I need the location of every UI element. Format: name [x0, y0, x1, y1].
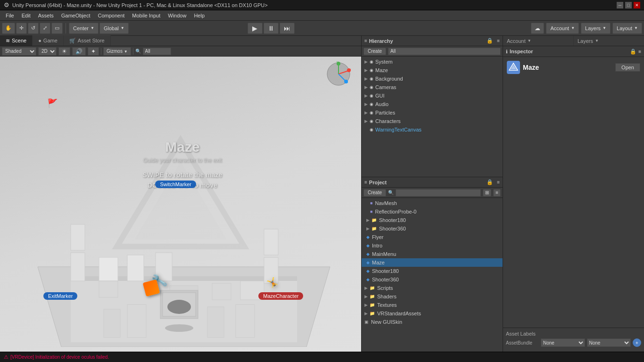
vfx-toggle[interactable]: ✦	[88, 47, 99, 56]
cloud-button[interactable]: ☁	[531, 23, 544, 34]
scene-gizmo[interactable]: y x z	[326, 61, 352, 87]
maximize-button[interactable]: □	[625, 2, 632, 8]
step-button[interactable]: ⏭	[280, 23, 295, 34]
p-item-textures[interactable]: ▶ 📁 Textures	[362, 301, 503, 309]
p-item-reflection[interactable]: ■ ReflectionProbe-0	[362, 207, 503, 216]
asset-label-circle[interactable]: +	[633, 338, 641, 347]
asset-store-icon: 🛒	[69, 38, 76, 44]
lighting-toggle[interactable]: ☀	[58, 47, 70, 56]
global-dropdown[interactable]: Global ▼	[99, 23, 129, 34]
menu-assets[interactable]: Assets	[34, 12, 58, 19]
h-item-gui[interactable]: ▶ ◉ GUI	[362, 91, 503, 100]
arrow-icon: ▶	[364, 294, 368, 299]
p-item-vrstandardassets[interactable]: ▶ 📁 VRStandardAssets	[362, 309, 503, 318]
play-button[interactable]: ▶	[248, 23, 263, 34]
p-item-shooter180-1[interactable]: ▶ 📁 Shooter180	[362, 216, 503, 224]
flag-icon: 🚩	[47, 98, 58, 108]
tab-asset-store[interactable]: 🛒 Asset Store	[64, 35, 111, 46]
layout-dropdown[interactable]: Layout ▼	[612, 23, 642, 34]
project-icon: ≡	[364, 180, 367, 185]
tab-game[interactable]: ● Game	[33, 35, 64, 46]
p-item-flyer[interactable]: ◆ Flyer	[362, 233, 503, 241]
scale-tool-button[interactable]: ⤢	[40, 23, 50, 34]
h-item-characters[interactable]: ▶ ◉ Characters	[362, 117, 503, 125]
tab-scene[interactable]: ≋ Scene	[0, 35, 33, 46]
menu-help[interactable]: Help	[190, 12, 208, 19]
p-item-navmesh[interactable]: ■ NavMesh	[362, 199, 503, 207]
svg-text:x: x	[349, 68, 351, 71]
h-icon-audio: ◉	[370, 102, 373, 107]
lock-icon[interactable]: 🔒	[487, 38, 493, 44]
scene-area: ≋ Scene ● Game 🛒 Asset Store Shaded Wire…	[0, 36, 361, 352]
hierarchy-create-button[interactable]: Create	[363, 48, 386, 55]
audio-toggle[interactable]: 🔊	[72, 47, 86, 56]
menu-file[interactable]: File	[2, 12, 18, 19]
account-tab[interactable]: Account ▼	[503, 36, 574, 46]
p-item-maze[interactable]: ◆ Maze	[362, 258, 503, 267]
scene-toolbar-sep2	[133, 48, 133, 55]
h-item-audio[interactable]: ▶ ◉ Audio	[362, 100, 503, 108]
scene-toolbar-sep	[101, 48, 101, 55]
center-dropdown[interactable]: Center ▼	[69, 23, 99, 34]
menu-mobile-input[interactable]: Mobile Input	[128, 12, 164, 19]
arrow-icon: ▶	[364, 68, 368, 73]
viewport[interactable]: Maze Guide your character to the exit SW…	[0, 57, 361, 352]
hierarchy-options[interactable]: ≡	[497, 38, 500, 43]
hand-tool-button[interactable]: ✋	[2, 23, 15, 34]
p-item-shooter180-2[interactable]: ◆ Shooter180	[362, 267, 503, 275]
inspector-options[interactable]: ≡	[638, 49, 641, 54]
account-dropdown[interactable]: Account ▼	[546, 23, 579, 34]
asset-bundle-select-2[interactable]: None	[587, 338, 631, 347]
dimension-select[interactable]: 2D 3D	[38, 47, 57, 56]
p-item-mainmenu[interactable]: ◆ MainMenu	[362, 250, 503, 258]
p-item-shaders[interactable]: ▶ 📁 Shaders	[362, 292, 503, 301]
svg-rect-18	[127, 255, 144, 281]
menu-component[interactable]: Component	[94, 12, 128, 19]
h-icon-background: ◉	[370, 76, 373, 81]
hierarchy-search[interactable]	[388, 48, 501, 55]
svg-rect-27	[104, 309, 120, 337]
menu-window[interactable]: Window	[164, 12, 190, 19]
p-item-scripts[interactable]: ▶ 📁 Scripts	[362, 284, 503, 292]
move-tool-button[interactable]: ✛	[16, 23, 27, 34]
shading-mode-select[interactable]: Shaded Wireframe	[2, 47, 36, 56]
h-item-system[interactable]: ▶ ◉ System	[362, 58, 503, 66]
menu-edit[interactable]: Edit	[18, 12, 34, 19]
maze-3d-view	[24, 182, 344, 347]
h-item-cameras[interactable]: ▶ ◉ Cameras	[362, 83, 503, 91]
rotate-tool-button[interactable]: ↺	[28, 23, 39, 34]
inspector-lock-icon[interactable]: 🔒	[630, 49, 636, 55]
project-view-toggle[interactable]: ⊞	[483, 189, 491, 197]
minimize-button[interactable]: ─	[617, 2, 623, 8]
rect-tool-button[interactable]: ▭	[51, 23, 63, 34]
h-item-maze[interactable]: ▶ ◉ Maze	[362, 66, 503, 74]
close-button[interactable]: ✕	[634, 2, 640, 8]
inspector-spacer	[503, 196, 644, 328]
h-item-background[interactable]: ▶ ◉ Background	[362, 74, 503, 83]
arrow-icon: ▶	[364, 286, 368, 290]
inspector-unity-icon	[507, 61, 520, 74]
project-create-button[interactable]: Create	[363, 189, 386, 197]
p-item-intro[interactable]: ◆ Intro	[362, 241, 503, 250]
asset-bundle-select-1[interactable]: None	[541, 338, 585, 347]
layers-tab[interactable]: Layers ▼	[574, 36, 644, 46]
p-item-newguiskin[interactable]: ▣ New GUISkin	[362, 318, 503, 326]
project-search[interactable]	[396, 189, 481, 197]
svg-text:z: z	[347, 80, 348, 83]
menu-gameobject[interactable]: GameObject	[58, 12, 94, 19]
gizmos-dropdown[interactable]: Gizmos ▼	[103, 47, 131, 56]
open-button[interactable]: Open	[615, 63, 640, 72]
search-input[interactable]	[143, 48, 171, 55]
p-item-shooter360-2[interactable]: ◆ Shooter360	[362, 275, 503, 284]
hierarchy-panel: ≡ Hierarchy 🔒 ≡ Create ▶ ◉ System ▶ ◉ Ma…	[362, 36, 503, 177]
pause-button[interactable]: ⏸	[264, 23, 279, 34]
project-options-button[interactable]: ≡	[493, 189, 501, 197]
project-options[interactable]: ≡	[497, 180, 500, 185]
project-lock-icon[interactable]: 🔒	[487, 179, 493, 185]
window-controls[interactable]: ─ □ ✕	[617, 2, 640, 8]
h-icon-cameras: ◉	[370, 85, 373, 90]
layers-dropdown[interactable]: Layers ▼	[581, 23, 611, 34]
h-item-particles[interactable]: ▶ ◉ Particles	[362, 108, 503, 117]
p-item-shooter360-1[interactable]: ▶ 📁 Shooter360	[362, 224, 503, 233]
h-item-warning-text[interactable]: ▶ ◉ WarningTextCanvas	[362, 125, 503, 134]
